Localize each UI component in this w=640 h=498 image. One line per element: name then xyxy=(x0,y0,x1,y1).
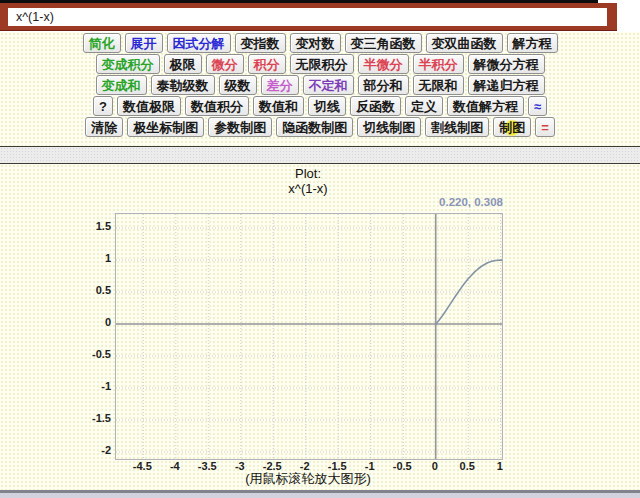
to-integral-button[interactable]: 变成积分 xyxy=(96,54,160,74)
series-button[interactable]: 级数 xyxy=(219,75,257,95)
parametric-plot-button[interactable]: 参数制图 xyxy=(208,117,272,137)
integrate-button[interactable]: 积分 xyxy=(248,54,286,74)
zoom-hint-caption: (用鼠标滚轮放大图形) xyxy=(115,470,501,488)
y-tick-label: -2 xyxy=(101,444,111,456)
plot-expression: x^(1-x) xyxy=(115,181,501,196)
toolbar-row-4: ? 数值极限 数值积分 数值和 切线 反函数 定义 数值解方程 ≈ xyxy=(0,96,640,116)
expand-button[interactable]: 展开 xyxy=(125,33,163,53)
to-logarithm-button[interactable]: 变对数 xyxy=(290,33,341,53)
approx-button[interactable]: ≈ xyxy=(528,96,547,116)
semi-differentiate-button[interactable]: 半微分 xyxy=(358,54,409,74)
definition-button[interactable]: 定义 xyxy=(405,96,443,116)
factor-button[interactable]: 因式分解 xyxy=(167,33,231,53)
to-exponential-button[interactable]: 变指数 xyxy=(235,33,286,53)
limit-button[interactable]: 极限 xyxy=(164,54,202,74)
help-button[interactable]: ? xyxy=(93,96,113,116)
to-trig-button[interactable]: 变三角函数 xyxy=(345,33,422,53)
function-curve xyxy=(436,260,502,324)
secant-plot-button[interactable]: 割线制图 xyxy=(425,117,489,137)
taylor-series-button[interactable]: 泰勒级数 xyxy=(151,75,215,95)
infinite-integral-button[interactable]: 无限积分 xyxy=(290,54,354,74)
partial-sum-button[interactable]: 部分和 xyxy=(358,75,409,95)
solve-recurrence-button[interactable]: 解递归方程 xyxy=(468,75,545,95)
solve-ode-button[interactable]: 解微分方程 xyxy=(468,54,545,74)
numeric-sum-button[interactable]: 数值和 xyxy=(253,96,304,116)
numeric-solve-button[interactable]: 数值解方程 xyxy=(447,96,524,116)
infinite-sum-button[interactable]: 无限和 xyxy=(413,75,464,95)
to-sum-button[interactable]: 变成和 xyxy=(96,75,147,95)
toolbar-row-3: 变成和 泰勒级数 级数 差分 不定和 部分和 无限和 解递归方程 xyxy=(0,75,640,95)
solve-equation-button[interactable]: 解方程 xyxy=(507,33,558,53)
plot-button[interactable]: 制图 xyxy=(493,117,531,137)
simplify-button[interactable]: 简化 xyxy=(83,33,121,53)
y-tick-label: 0.5 xyxy=(96,284,111,296)
difference-button[interactable]: 差分 xyxy=(261,75,299,95)
plot-title: Plot: xyxy=(115,166,501,181)
indefinite-sum-button[interactable]: 不定和 xyxy=(303,75,354,95)
toolbar: 简化 展开 因式分解 变指数 变对数 变三角函数 变双曲函数 解方程 变成积分 … xyxy=(0,33,640,138)
tangent-plot-button[interactable]: 切线制图 xyxy=(357,117,421,137)
plot-area[interactable] xyxy=(115,213,503,460)
toolbar-row-1: 简化 展开 因式分解 变指数 变对数 变三角函数 变双曲函数 解方程 xyxy=(0,33,640,53)
differentiate-button[interactable]: 微分 xyxy=(206,54,244,74)
expression-input[interactable] xyxy=(8,8,607,26)
tangent-button[interactable]: 切线 xyxy=(308,96,346,116)
plot-button-label: 制图 xyxy=(499,120,525,135)
cursor-coordinates: 0.220, 0.308 xyxy=(115,196,503,208)
y-tick-label: -1.5 xyxy=(92,412,111,424)
y-tick-label: 1 xyxy=(105,252,111,264)
expression-input-frame xyxy=(0,3,617,31)
plot-canvas[interactable] xyxy=(116,214,502,459)
implicit-plot-button[interactable]: 隐函数制图 xyxy=(276,117,353,137)
polar-plot-button[interactable]: 极坐标制图 xyxy=(127,117,204,137)
header-area xyxy=(0,0,640,32)
semi-integrate-button[interactable]: 半积分 xyxy=(413,54,464,74)
toolbar-row-5: 清除 极坐标制图 参数制图 隐函数制图 切线制图 割线制图 制图 = xyxy=(0,117,640,137)
y-tick-label: -1 xyxy=(101,380,111,392)
toolbar-row-2: 变成积分 极限 微分 积分 无限积分 半微分 半积分 解微分方程 xyxy=(0,54,640,74)
y-tick-label: 0 xyxy=(105,316,111,328)
panel-divider[interactable] xyxy=(0,146,640,164)
equals-button[interactable]: = xyxy=(535,117,555,137)
to-hyperbolic-button[interactable]: 变双曲函数 xyxy=(426,33,503,53)
y-tick-label: -0.5 xyxy=(92,348,111,360)
bottom-scroll-bar[interactable] xyxy=(0,490,640,498)
y-axis-labels: 1.510.50-0.5-1-1.5-2 xyxy=(40,213,111,458)
inverse-function-button[interactable]: 反函数 xyxy=(350,96,401,116)
numeric-integral-button[interactable]: 数值积分 xyxy=(185,96,249,116)
numeric-limit-button[interactable]: 数值极限 xyxy=(117,96,181,116)
y-tick-label: 1.5 xyxy=(96,220,111,232)
clear-button[interactable]: 清除 xyxy=(85,117,123,137)
